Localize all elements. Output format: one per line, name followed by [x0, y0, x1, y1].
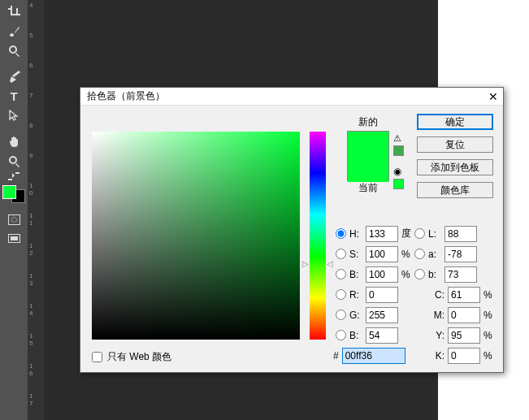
- websafe-swatch[interactable]: [393, 179, 404, 189]
- dialog-titlebar[interactable]: 拾色器（前景色） ✕: [80, 88, 503, 106]
- cube-icon: ◉: [393, 166, 404, 177]
- web-only-checkbox[interactable]: [92, 352, 102, 362]
- zoom-tool-2[interactable]: [3, 152, 24, 170]
- type-tool[interactable]: T: [3, 87, 24, 105]
- rgb-group: R: G: B:: [336, 286, 398, 347]
- warning-icon: ⚠: [393, 133, 404, 144]
- gamut-warning[interactable]: ⚠: [393, 133, 404, 156]
- hex-input[interactable]: [342, 348, 405, 364]
- quickmask-tool[interactable]: [3, 210, 24, 228]
- k-input[interactable]: [448, 348, 480, 364]
- screenmode-tool[interactable]: [3, 230, 24, 248]
- a-radio[interactable]: [414, 249, 425, 259]
- a-input[interactable]: [444, 246, 477, 262]
- path-select-tool[interactable]: [3, 106, 24, 124]
- dialog-buttons: 确定 复位 添加到色板 颜色库: [417, 114, 495, 205]
- crop-tool[interactable]: [3, 2, 24, 20]
- r-radio[interactable]: [336, 289, 346, 300]
- hsb-group: H:度 S:% B:%: [336, 225, 411, 286]
- gamut-swatch[interactable]: [393, 145, 404, 156]
- color-field[interactable]: [92, 132, 300, 340]
- b-lab-input[interactable]: [444, 266, 477, 283]
- dialog-title: 拾色器（前景色）: [87, 89, 165, 103]
- svg-point-1: [11, 217, 16, 222]
- ok-button[interactable]: 确定: [417, 114, 493, 130]
- h-input[interactable]: [366, 226, 398, 242]
- g-radio[interactable]: [336, 310, 346, 320]
- dialog-body: ▷ ◁ 新的 当前 ⚠ ◉ 确定 复位 添加到色板 颜色库 H:度 S:%: [80, 106, 503, 372]
- brush-tool[interactable]: [3, 22, 24, 40]
- c-input[interactable]: [448, 287, 480, 303]
- l-input[interactable]: [444, 226, 477, 242]
- add-swatch-button[interactable]: 添加到色板: [417, 159, 493, 175]
- svg-rect-0: [8, 214, 20, 224]
- svg-rect-3: [11, 236, 18, 240]
- web-colors-only: 只有 Web 颜色: [92, 350, 171, 364]
- l-radio[interactable]: [414, 228, 425, 239]
- s-input[interactable]: [366, 246, 398, 262]
- swap-colors-icon[interactable]: [3, 171, 24, 181]
- b-rgb-input[interactable]: [366, 327, 398, 344]
- tool-palette: T: [0, 0, 28, 420]
- hex-row: #: [333, 348, 405, 364]
- m-input[interactable]: [448, 307, 480, 323]
- b-hsb-radio[interactable]: [336, 269, 346, 279]
- reset-button[interactable]: 复位: [417, 136, 493, 153]
- websafe-warning[interactable]: ◉: [393, 166, 404, 189]
- r-input[interactable]: [366, 287, 398, 303]
- hue-indicator-right-icon: ◁: [327, 259, 333, 268]
- new-color-swatch[interactable]: [348, 132, 388, 157]
- hue-indicator-left-icon: ▷: [302, 259, 309, 268]
- new-label: 新的: [339, 115, 397, 129]
- hue-slider[interactable]: [310, 132, 326, 340]
- vertical-ruler: 4567891011121314151617: [28, 0, 44, 420]
- foreground-swatch[interactable]: [2, 185, 16, 199]
- hex-hash: #: [333, 350, 339, 362]
- hand-tool[interactable]: [3, 132, 24, 150]
- b-hsb-input[interactable]: [366, 266, 398, 283]
- pen-tool[interactable]: [3, 67, 24, 85]
- y-input[interactable]: [448, 327, 480, 344]
- h-radio[interactable]: [336, 228, 346, 239]
- web-only-label: 只有 Web 颜色: [107, 350, 171, 364]
- b-lab-radio[interactable]: [414, 269, 425, 279]
- b-rgb-radio[interactable]: [336, 330, 346, 340]
- lab-group: L: a: b:: [414, 225, 477, 286]
- color-swatches[interactable]: [2, 185, 25, 203]
- close-icon[interactable]: ✕: [483, 90, 503, 103]
- color-picker-dialog: 拾色器（前景色） ✕ ▷ ◁ 新的 当前 ⚠ ◉ 确定 复位 添加到色板 颜色库: [80, 87, 504, 373]
- g-input[interactable]: [366, 307, 398, 323]
- current-label: 当前: [339, 181, 397, 195]
- cmyk-group: C:% M:% Y:% K:%: [430, 286, 492, 367]
- s-radio[interactable]: [336, 249, 346, 259]
- new-current-swatch: 新的 当前: [339, 115, 397, 195]
- color-lib-button[interactable]: 颜色库: [417, 182, 493, 198]
- current-color-swatch[interactable]: [348, 157, 388, 182]
- zoom-tool[interactable]: [3, 41, 24, 59]
